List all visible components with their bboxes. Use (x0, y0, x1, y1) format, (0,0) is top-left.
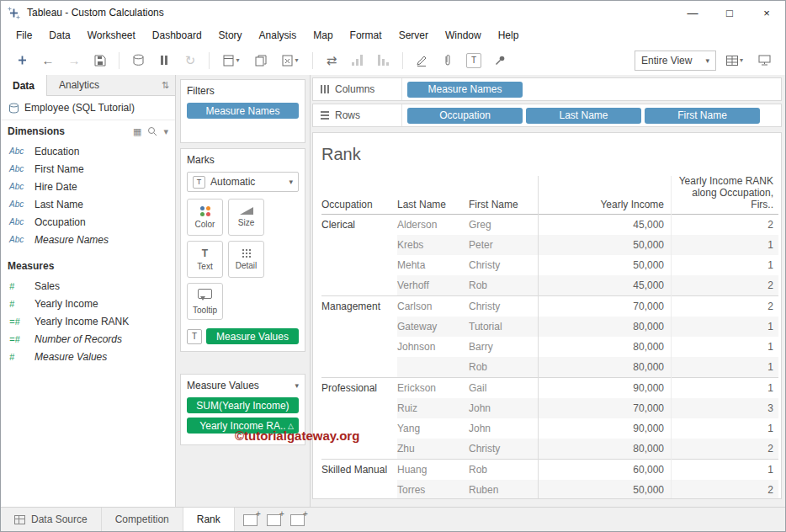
cell-last-name[interactable]: Verhoff (397, 275, 469, 295)
new-datasource-button[interactable] (127, 50, 149, 72)
column-header-last-name[interactable]: Last Name (397, 199, 469, 210)
clip-button[interactable] (437, 50, 459, 72)
mark-button-text[interactable]: Text (187, 241, 223, 278)
menu-item-map[interactable]: Map (305, 24, 341, 45)
mark-button-detail[interactable]: Detail (228, 241, 264, 278)
cell-first-name[interactable]: Christy (469, 439, 538, 459)
cell-first-name[interactable]: Gail (469, 378, 538, 398)
tab-data-source[interactable]: Data Source (1, 508, 102, 531)
mark-labels-button[interactable] (463, 50, 485, 72)
cell-first-name[interactable]: Rob (469, 275, 538, 295)
cell-last-name[interactable]: Ruiz (397, 398, 469, 418)
cell-occupation[interactable]: Clerical (321, 215, 397, 235)
field-first-name[interactable]: AbcFirst Name (1, 160, 175, 178)
cell-first-name[interactable]: Christy (469, 296, 538, 317)
cell-yearly-income[interactable]: 80,000 (538, 337, 671, 357)
presentation-mode-button[interactable] (753, 50, 775, 72)
cell-rank[interactable]: 1 (671, 460, 778, 480)
cell-rank[interactable]: 1 (671, 378, 778, 398)
cell-occupation[interactable] (321, 317, 397, 337)
close-button[interactable]: × (748, 1, 785, 24)
column-header-yearly-income[interactable]: Yearly Income (538, 199, 671, 210)
menu-item-analysis[interactable]: Analysis (251, 24, 305, 45)
cell-first-name[interactable]: Christy (469, 255, 538, 275)
pill-last-name[interactable]: Last Name (526, 108, 641, 124)
menu-item-format[interactable]: Format (342, 24, 390, 45)
column-header-occupation[interactable]: Occupation (321, 199, 397, 210)
cell-rank[interactable]: 2 (671, 296, 778, 317)
cell-occupation[interactable] (321, 235, 397, 255)
menu-item-window[interactable]: Window (437, 24, 490, 45)
menu-item-server[interactable]: Server (390, 24, 437, 45)
grid-icon[interactable]: ▦ (133, 126, 141, 137)
field-yearly-income-rank[interactable]: =#Yearly Income RANK (1, 312, 175, 330)
refresh-button[interactable]: ↻ (179, 50, 201, 72)
pill-measure-names-filter[interactable]: Measure Names (187, 103, 299, 119)
cell-occupation[interactable]: Skilled Manual (321, 460, 397, 480)
new-worksheet-button[interactable]: ▾ (217, 50, 246, 72)
mark-type-dropdown[interactable]: Automatic ▾ (187, 172, 299, 192)
field-hire-date[interactable]: AbcHire Date (1, 178, 175, 195)
cell-rank[interactable]: 1 (671, 418, 778, 439)
cell-rank[interactable]: 1 (671, 235, 778, 255)
cell-occupation[interactable] (321, 337, 397, 357)
clear-sheet-button[interactable]: ▾ (276, 50, 305, 72)
cell-yearly-income[interactable]: 60,000 (538, 460, 671, 480)
pill-occupation[interactable]: Occupation (407, 108, 523, 124)
cell-first-name[interactable]: Ruben (469, 480, 538, 499)
cell-rank[interactable]: 2 (671, 480, 778, 499)
cell-occupation[interactable]: Professional (321, 378, 397, 398)
cell-last-name[interactable]: Alderson (397, 215, 469, 235)
cell-last-name[interactable] (397, 357, 469, 377)
cell-last-name[interactable]: Yang (397, 418, 469, 439)
cell-first-name[interactable]: Rob (469, 357, 538, 377)
cell-yearly-income[interactable]: 70,000 (538, 398, 671, 418)
cell-rank[interactable]: 2 (671, 275, 778, 295)
cell-first-name[interactable]: Barry (469, 337, 538, 357)
cell-occupation[interactable] (321, 255, 397, 275)
cell-last-name[interactable]: Gateway (397, 317, 469, 337)
mark-button-size[interactable]: Size (228, 199, 264, 236)
cell-rank[interactable]: 2 (671, 215, 778, 235)
field-measure-names[interactable]: AbcMeasure Names (1, 231, 175, 248)
cell-rank[interactable]: 3 (671, 398, 778, 418)
field-number-of-records[interactable]: =#Number of Records (1, 330, 175, 348)
menu-item-data[interactable]: Data (40, 24, 78, 45)
cell-yearly-income[interactable]: 50,000 (538, 255, 671, 275)
cell-yearly-income[interactable]: 45,000 (538, 215, 671, 235)
sort-descending-button[interactable] (373, 50, 395, 72)
cell-yearly-income[interactable]: 80,000 (538, 439, 671, 459)
cell-yearly-income[interactable]: 50,000 (538, 480, 671, 499)
cell-yearly-income[interactable]: 90,000 (538, 418, 671, 439)
highlight-button[interactable] (411, 50, 433, 72)
rows-shelf[interactable]: Rows OccupationLast NameFirst Name (312, 104, 782, 127)
cell-last-name[interactable]: Johnson (397, 337, 469, 357)
cell-first-name[interactable]: Tutorial (469, 317, 538, 337)
redo-button[interactable]: → (63, 50, 85, 72)
tab-data[interactable]: Data (1, 75, 47, 96)
field-yearly-income[interactable]: #Yearly Income (1, 295, 175, 312)
pause-updates-button[interactable] (153, 50, 175, 72)
chevron-down-icon[interactable]: ▾ (295, 381, 299, 390)
cell-rank[interactable]: 2 (671, 439, 778, 459)
cell-rank[interactable]: 1 (671, 255, 778, 275)
swap-panes-icon[interactable]: ⇅ (162, 75, 175, 95)
show-me-button[interactable]: ▾ (720, 50, 749, 72)
menu-item-help[interactable]: Help (490, 24, 528, 45)
cell-last-name[interactable]: Mehta (397, 255, 469, 275)
new-worksheet-tab-button[interactable]: + (242, 511, 262, 528)
save-button[interactable] (89, 50, 111, 72)
maximize-button[interactable]: □ (711, 1, 748, 24)
menu-item-story[interactable]: Story (210, 24, 251, 45)
cell-yearly-income[interactable]: 80,000 (538, 357, 671, 377)
cell-first-name[interactable]: Rob (469, 460, 538, 480)
pill-first-name[interactable]: First Name (645, 108, 760, 124)
cell-occupation[interactable] (321, 357, 397, 377)
mark-button-tooltip[interactable]: Tooltip (187, 283, 223, 320)
menu-item-dashboard[interactable]: Dashboard (144, 24, 210, 45)
pin-button[interactable] (489, 50, 511, 72)
cell-last-name[interactable]: Carlson (397, 296, 469, 317)
new-story-tab-button[interactable]: + (289, 511, 309, 528)
cell-last-name[interactable]: Erickson (397, 378, 469, 398)
toolbar-logo-button[interactable] (11, 50, 33, 72)
